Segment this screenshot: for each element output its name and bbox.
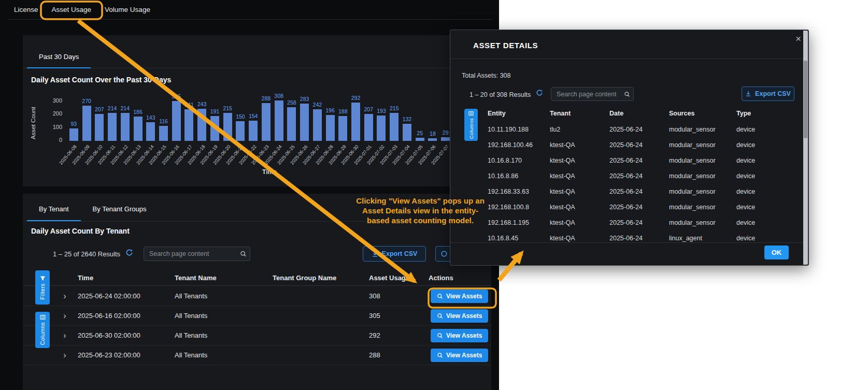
divider	[450, 59, 808, 59]
bar-value-label: 214	[121, 105, 130, 111]
row-expand-chevron[interactable]: ›	[52, 331, 78, 340]
bar-chart-plot: 932025-06-082702025-06-092072025-06-1021…	[67, 100, 452, 141]
columns-button[interactable]: Columns	[35, 312, 50, 348]
table-row: 192.168.100.8ktest-QA2025-06-24modular_s…	[450, 199, 801, 215]
scrollbar-track[interactable]	[803, 31, 808, 265]
bar[interactable]	[236, 121, 245, 141]
bar-slot: 1432025-06-14	[144, 100, 157, 141]
table-header-cell: Actions	[429, 274, 491, 282]
bar[interactable]	[326, 115, 335, 141]
ok-button[interactable]: OK	[764, 245, 789, 259]
tab-volume-usage[interactable]: Volume Usage	[98, 0, 157, 19]
cell: device	[736, 235, 801, 242]
row-expand-chevron[interactable]: ›	[52, 292, 78, 301]
cell: ktest-QA	[550, 204, 609, 211]
bar[interactable]	[441, 137, 450, 141]
tab-license[interactable]: License	[7, 0, 45, 19]
bar[interactable]	[223, 113, 232, 141]
cell-tenant-name: All Tenants	[175, 292, 273, 300]
cell: 2025-06-24	[609, 141, 669, 149]
cell: modular_sensor	[669, 219, 736, 226]
cell: 2025-06-24	[609, 172, 669, 180]
bar[interactable]	[377, 115, 386, 141]
tab-asset-usage[interactable]: Asset Usage	[45, 0, 98, 19]
search-icon	[437, 352, 443, 358]
search-icon	[437, 333, 443, 339]
bar[interactable]	[313, 109, 322, 141]
refresh-button[interactable]	[125, 249, 133, 258]
bar[interactable]	[416, 138, 424, 141]
bar[interactable]	[262, 103, 271, 141]
bar[interactable]	[197, 109, 206, 141]
cell: 2025-06-24	[609, 219, 669, 226]
cell: modular_sensor	[669, 188, 736, 195]
tenant-panel-tabs: By Tenant By Tenant Groups	[23, 194, 491, 222]
cell: 10.16.8.86	[488, 172, 550, 180]
bar-slot: 3082025-06-24	[273, 100, 286, 141]
bar[interactable]	[390, 113, 399, 141]
bar[interactable]	[69, 128, 78, 141]
search-input[interactable]	[551, 87, 634, 101]
search-input[interactable]	[144, 247, 250, 261]
export-csv-button[interactable]: Export CSV	[363, 246, 426, 262]
bar[interactable]	[121, 113, 130, 141]
refresh-button[interactable]	[536, 89, 543, 98]
tenant-panel: By Tenant By Tenant Groups Daily Asset C…	[23, 194, 491, 390]
export-csv-button[interactable]: Export CSV	[742, 86, 794, 101]
view-assets-button[interactable]: View Assets	[431, 309, 488, 323]
bar[interactable]	[287, 107, 296, 141]
x-axis-title: Time	[67, 168, 472, 176]
bar[interactable]	[249, 121, 258, 141]
cell: tlu2	[550, 126, 609, 133]
cell: modular_sensor	[669, 141, 736, 149]
bar[interactable]	[146, 122, 155, 141]
bar[interactable]	[184, 109, 193, 141]
top-tab-bar: License Asset Usage Volume Usage	[7, 0, 492, 20]
bar-value-label: 93	[71, 121, 77, 127]
close-icon[interactable]: ×	[795, 33, 801, 45]
bar[interactable]	[275, 100, 283, 141]
tab-by-tenant[interactable]: By Tenant	[27, 194, 81, 221]
bar-value-label: 196	[325, 107, 335, 113]
bar[interactable]	[134, 117, 143, 141]
cell: ktest-QA	[550, 235, 609, 242]
bar[interactable]	[82, 106, 91, 141]
view-assets-button[interactable]: View Assets	[431, 290, 488, 303]
table-row: ›2025-06-24 02:00:00All Tenants308View A…	[23, 286, 491, 306]
tab-by-tenant-groups[interactable]: By Tenant Groups	[81, 194, 159, 221]
tenant-table-title: Daily Asset Count By Tenant	[31, 227, 130, 235]
cell-actions: View Assets	[429, 349, 491, 362]
cell: 192.168.100.8	[488, 204, 550, 211]
bar[interactable]	[351, 103, 360, 141]
filters-button[interactable]: Filters	[35, 270, 50, 305]
bar-value-label: 214	[108, 105, 117, 111]
results-count: 1 – 20 of 308 Results	[469, 91, 531, 98]
row-expand-chevron[interactable]: ›	[52, 311, 78, 321]
scrollbar-thumb[interactable]	[804, 61, 807, 138]
bar[interactable]	[428, 138, 437, 141]
chart-title: Daily Asset Count Over the Past 30 Days	[31, 76, 171, 84]
bar[interactable]	[95, 114, 104, 141]
view-assets-button[interactable]: View Assets	[431, 349, 488, 362]
bar[interactable]	[364, 114, 373, 141]
y-axis-tick-label: 0	[38, 137, 62, 143]
bar[interactable]	[300, 104, 309, 141]
divider	[450, 242, 808, 243]
cell-tenant-name: All Tenants	[175, 312, 273, 320]
cell: device	[736, 204, 801, 211]
bar[interactable]	[210, 116, 219, 141]
row-expand-chevron[interactable]: ›	[52, 351, 78, 360]
results-count: 1 – 25 of 2640 Results	[53, 250, 120, 258]
bar-value-label: 186	[133, 109, 143, 115]
download-icon	[372, 251, 378, 257]
bar-value-label: 132	[403, 116, 412, 122]
tenant-toolbar: 1 – 25 of 2640 Results Export CSV	[23, 245, 491, 262]
bar[interactable]	[159, 126, 168, 141]
cell: 192.168.100.46	[488, 141, 550, 149]
bar[interactable]	[338, 116, 347, 141]
view-assets-button[interactable]: View Assets	[431, 329, 488, 342]
bar[interactable]	[172, 101, 181, 141]
bar[interactable]	[403, 124, 411, 141]
bar[interactable]	[108, 113, 117, 141]
tab-past-30-days[interactable]: Past 30 Days	[27, 53, 91, 68]
